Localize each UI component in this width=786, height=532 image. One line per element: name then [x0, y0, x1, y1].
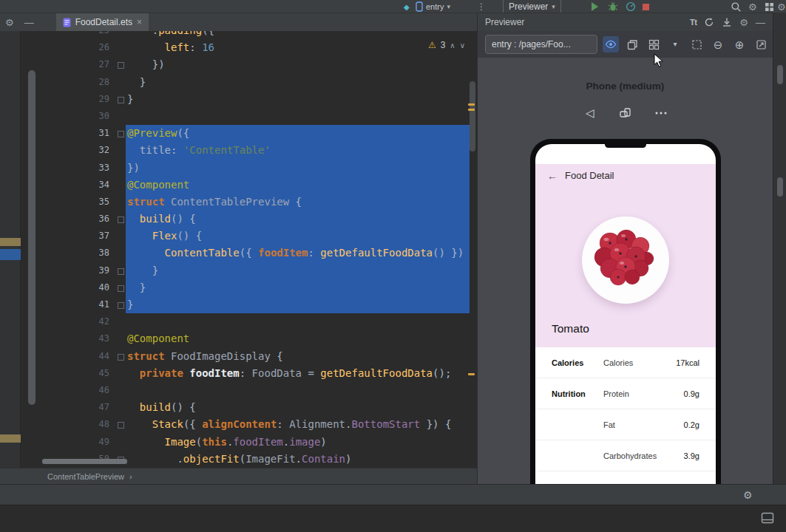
code-line[interactable]: 40 } [21, 279, 477, 296]
ide-settings-button[interactable]: ⚙ [748, 0, 757, 13]
fold-marker[interactable] [117, 348, 126, 365]
component-tree-button[interactable] [624, 36, 640, 52]
strip-scrollbar[interactable] [777, 177, 783, 197]
code-text[interactable]: .objectFit(ImageFit.Contain) [126, 451, 470, 468]
device-selector[interactable]: Previewer▾ [503, 0, 561, 13]
page-selector[interactable]: entry : /pages/Foo... [485, 35, 597, 54]
code-line[interactable]: 32 title: 'ContentTable' [21, 142, 477, 159]
fold-marker[interactable] [117, 296, 126, 313]
editor-scrollbar[interactable] [470, 81, 475, 151]
rotate-device-button[interactable] [614, 103, 637, 123]
zoom-out-button[interactable]: ⊖ [710, 36, 726, 52]
code-text[interactable]: } [126, 296, 470, 313]
code-text[interactable]: }) [126, 160, 470, 177]
code-line[interactable]: 37 Flex() { [21, 228, 477, 245]
code-text[interactable]: }) [126, 56, 470, 73]
code-text[interactable]: left: 16 [126, 39, 470, 56]
code-text[interactable]: @Preview({ [126, 125, 470, 142]
fold-marker[interactable] [117, 56, 126, 73]
more-options-button[interactable] [650, 103, 672, 123]
code-line[interactable]: 26 left: 16 [21, 39, 477, 56]
fit-to-screen-button[interactable] [753, 36, 769, 52]
profiler-button[interactable] [626, 0, 636, 13]
run-button[interactable] [592, 0, 598, 13]
code-text[interactable]: @Component [126, 330, 470, 347]
code-text[interactable] [126, 382, 470, 399]
code-line[interactable]: 36 build() { [21, 211, 477, 228]
code-text[interactable]: build() { [126, 211, 470, 228]
gear-icon[interactable]: ⚙ [5, 18, 14, 27]
inspections-widget[interactable]: ⚠ 3 ∧ ∨ [428, 40, 465, 50]
debug-button[interactable] [608, 0, 618, 13]
strip-scrollbar[interactable] [777, 65, 783, 84]
code-text[interactable]: private foodItem: FoodData = getDefaultF… [126, 365, 470, 382]
code-line[interactable]: 43@Component [21, 330, 477, 347]
code-text[interactable] [126, 108, 470, 125]
code-line[interactable]: 30 [21, 108, 477, 125]
line-number[interactable]: 25 [21, 31, 117, 39]
zoom-in-button[interactable]: ⊕ [731, 36, 748, 52]
fold-marker[interactable] [117, 91, 126, 108]
code-text[interactable]: struct FoodImageDisplay { [126, 348, 470, 365]
close-icon[interactable]: × [137, 17, 142, 27]
code-line[interactable]: 48 Stack({ alignContent: Alignment.Botto… [21, 416, 477, 433]
view-options-chevron[interactable]: ▾ [667, 36, 683, 52]
code-line[interactable]: 45 private foodItem: FoodData = getDefau… [21, 365, 477, 382]
stop-button[interactable] [643, 0, 649, 13]
gear-icon[interactable]: ⚙ [743, 489, 753, 501]
code-line[interactable]: 49 Image(this.foodItem.image) [21, 434, 477, 451]
code-text[interactable]: Flex() { [126, 228, 470, 245]
fold-marker[interactable] [117, 262, 126, 279]
code-line[interactable]: 35struct ContentTablePreview { [21, 194, 477, 211]
code-line[interactable]: 38 ContentTable({ foodItem: getDefaultFo… [21, 245, 477, 262]
code-text[interactable]: build() { [126, 399, 470, 416]
line-number[interactable]: 49 [21, 434, 117, 451]
run-config-selector[interactable]: entry ▾ [416, 0, 450, 13]
fold-marker[interactable] [117, 416, 126, 433]
code-line[interactable]: 27 }) [21, 56, 477, 73]
code-text[interactable]: Image(this.foodItem.image) [126, 434, 470, 451]
hide-panel-icon[interactable]: — [756, 18, 765, 27]
notifications-button[interactable]: ⚙ [777, 0, 786, 13]
code-line[interactable]: 28 } [21, 74, 477, 91]
export-icon[interactable] [722, 17, 732, 27]
code-line[interactable]: 41} [21, 296, 477, 313]
code-text[interactable] [126, 313, 470, 330]
fold-marker[interactable] [117, 211, 126, 228]
line-number[interactable]: 26 [21, 39, 117, 56]
code-text[interactable]: } [126, 279, 470, 296]
inspector-button[interactable] [603, 36, 619, 52]
code-text[interactable]: @Component [126, 177, 470, 194]
next-warning-icon[interactable]: ∨ [460, 41, 465, 50]
code-line[interactable]: 31@Preview({ [21, 125, 477, 142]
dock-panel-icon[interactable] [761, 512, 774, 524]
kebab-menu-icon[interactable]: ⋮ [477, 0, 486, 13]
horizontal-scrollbar[interactable] [42, 459, 127, 464]
fold-marker[interactable] [117, 125, 126, 142]
hide-panel-icon[interactable]: — [24, 18, 34, 27]
code-line[interactable]: 39 } [21, 262, 477, 279]
phone-screen[interactable]: ← Food Detail [535, 144, 716, 484]
back-button[interactable]: ◁ [579, 103, 601, 123]
code-line[interactable]: 47 build() { [21, 399, 477, 416]
code-line[interactable]: 34@Component [21, 177, 477, 194]
prev-warning-icon[interactable]: ∧ [450, 41, 455, 50]
code-line[interactable]: 46 [21, 382, 477, 399]
font-scale-icon[interactable]: Tt [690, 18, 697, 27]
show-bounds-button[interactable] [688, 36, 705, 52]
search-everywhere-button[interactable] [731, 0, 742, 13]
gutter-scrollbar[interactable] [28, 70, 35, 405]
code-text[interactable]: ContentTable({ foodItem: getDefaultFoodD… [126, 245, 470, 262]
code-line[interactable]: 29} [21, 91, 477, 108]
code-line[interactable]: 25 .padding({ [21, 31, 477, 39]
app-back-icon[interactable]: ← [547, 170, 558, 182]
tab-fooddetail[interactable]: FoodDetail.ets × [56, 13, 149, 31]
multi-device-view-button[interactable] [646, 36, 662, 52]
code-text[interactable]: .padding({ [126, 31, 470, 39]
code-text[interactable]: } [126, 91, 470, 108]
code-text[interactable]: } [126, 74, 470, 91]
fold-marker[interactable] [117, 279, 126, 296]
layout-windows-button[interactable] [765, 0, 774, 13]
gear-icon[interactable]: ⚙ [739, 18, 748, 27]
code-text[interactable]: struct ContentTablePreview { [126, 194, 470, 211]
